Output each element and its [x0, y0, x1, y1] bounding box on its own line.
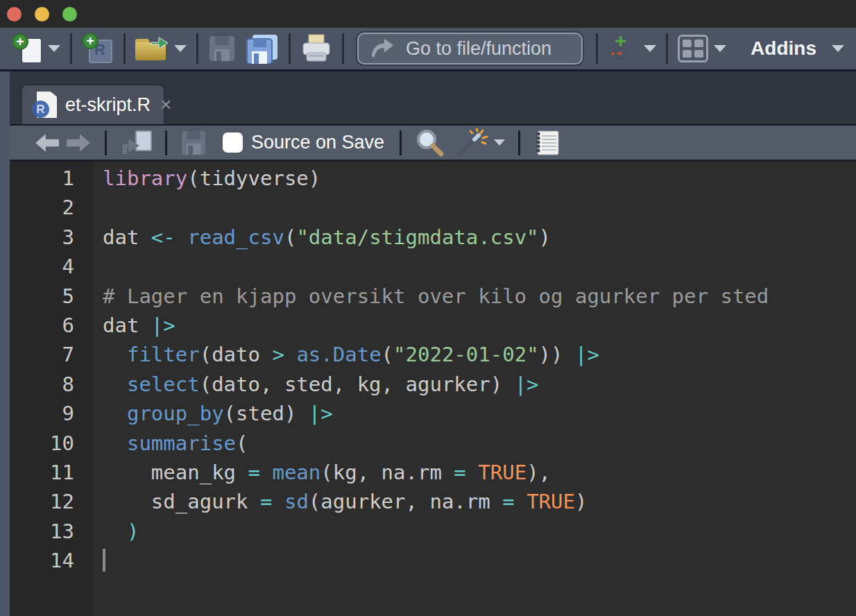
code-token: TRUE: [478, 461, 527, 484]
chevron-down-icon[interactable]: [644, 45, 656, 52]
code-token: [260, 461, 272, 484]
editor-tab-bar: R et-skript.R ×: [10, 71, 856, 124]
code-line[interactable]: select(dato, sted, kg, agurker) |>: [103, 370, 856, 399]
source-on-save-label: Source on Save: [251, 132, 384, 153]
find-replace-button[interactable]: [415, 129, 445, 157]
new-project-button[interactable]: R+: [82, 31, 114, 67]
code-token: =: [260, 490, 272, 513]
code-token: |>: [575, 343, 599, 366]
code-line[interactable]: summarise(: [103, 429, 856, 458]
code-token: ),: [527, 461, 551, 484]
forward-button[interactable]: [65, 132, 92, 153]
code-token: select: [127, 373, 200, 396]
source-on-save-checkbox[interactable]: [223, 132, 243, 153]
chevron-down-icon[interactable]: [48, 45, 60, 52]
toolbar-separator: [70, 33, 72, 64]
code-token: [515, 490, 527, 513]
zoom-window-button[interactable]: [62, 7, 77, 22]
chevron-down-icon[interactable]: [832, 45, 844, 52]
save-icon: [208, 35, 236, 62]
code-token: ): [539, 225, 551, 249]
code-token: dat: [103, 225, 151, 249]
code-area[interactable]: library(tidyverse)dat <- read_csv("data/…: [94, 162, 856, 616]
code-editor[interactable]: 1234567891011121314 library(tidyverse)da…: [10, 162, 856, 616]
toolbar-separator: [666, 33, 668, 64]
code-token: (: [382, 343, 393, 366]
code-line[interactable]: filter(dato > as.Date("2022-01-02")) |>: [103, 340, 856, 369]
gutter: 1234567891011121314: [10, 162, 94, 616]
chevron-down-icon[interactable]: [494, 139, 505, 146]
code-token: [103, 373, 127, 396]
open-in-new-window-button[interactable]: [120, 130, 152, 155]
workspace-panes-button[interactable]: [678, 31, 726, 67]
code-line[interactable]: ): [103, 517, 856, 546]
addins-button[interactable]: Addins: [735, 31, 844, 67]
new-project-icon: R+: [82, 33, 114, 65]
line-number: 12: [10, 487, 74, 516]
code-token: mean: [272, 461, 320, 484]
code-token: >: [272, 343, 284, 366]
code-token: # Lager en kjapp oversikt over kilo og a…: [103, 284, 769, 308]
close-tab-icon[interactable]: ×: [160, 95, 171, 114]
code-line[interactable]: dat |>: [103, 311, 856, 340]
minimize-window-button[interactable]: [35, 7, 49, 22]
toolbar-separator: [342, 33, 344, 64]
line-number: 8: [10, 370, 74, 399]
code-token: [103, 431, 127, 455]
open-file-button[interactable]: [135, 31, 187, 67]
compile-report-button[interactable]: [533, 130, 561, 156]
back-button[interactable]: [34, 132, 60, 153]
addins-label: Addins: [751, 37, 816, 60]
code-line[interactable]: mean_kg = mean(kg, na.rm = TRUE),: [103, 458, 856, 487]
code-line[interactable]: library(tidyverse): [103, 164, 856, 193]
source-pane: R et-skript.R ×: [10, 71, 856, 616]
chevron-down-icon[interactable]: [714, 45, 726, 52]
line-number: 11: [10, 458, 74, 487]
version-control-button[interactable]: + − G: [608, 31, 656, 67]
line-number: 3: [10, 223, 74, 252]
code-line[interactable]: [103, 252, 856, 281]
new-file-icon: +: [12, 33, 42, 64]
save-all-button[interactable]: [246, 31, 279, 67]
code-token: summarise: [127, 431, 236, 455]
save-button[interactable]: [180, 130, 207, 156]
code-line[interactable]: [103, 546, 856, 575]
toolbar-separator: [289, 33, 291, 64]
goto-file-function-input[interactable]: Go to file/function: [357, 33, 583, 65]
code-token: )): [539, 343, 563, 366]
code-token: as.Date: [296, 343, 381, 366]
back-icon: [34, 132, 60, 153]
code-token: ): [575, 490, 587, 513]
code-token: |>: [309, 402, 333, 425]
code-token: sd_agurk: [103, 490, 260, 513]
version-control-icon: + − G: [608, 32, 638, 65]
toolbar-separator: [196, 33, 198, 64]
line-number: 5: [10, 282, 74, 311]
r-script-file-icon: R: [32, 90, 57, 119]
window-titlebar: [0, 0, 856, 28]
print-button[interactable]: [300, 31, 332, 67]
code-line[interactable]: group_by(sted) |>: [103, 399, 856, 428]
code-token: [563, 343, 575, 366]
tab-et-skript[interactable]: R et-skript.R ×: [21, 84, 165, 124]
code-token: mean_kg: [103, 461, 248, 484]
code-tools-button[interactable]: [455, 128, 505, 157]
code-line[interactable]: sd_agurk = sd(agurker, na.rm = TRUE): [103, 487, 856, 516]
text-cursor: [103, 549, 105, 572]
code-token: [103, 343, 127, 366]
code-token: |>: [515, 373, 539, 396]
open-arrow-icon: [151, 35, 169, 51]
code-line[interactable]: # Lager en kjapp oversikt over kilo og a…: [103, 282, 856, 311]
code-line[interactable]: [103, 193, 856, 222]
save-all-icon: [246, 33, 279, 64]
code-token: (dato: [200, 343, 273, 366]
code-line[interactable]: dat <- read_csv("data/stigmdata.csv"): [103, 223, 856, 252]
save-button[interactable]: [208, 31, 236, 67]
toolbar-separator: [596, 33, 598, 64]
editor-toolbar: Source on Save: [10, 124, 856, 162]
code-token: [284, 343, 296, 366]
chevron-down-icon[interactable]: [174, 45, 187, 52]
new-file-button[interactable]: +: [12, 31, 60, 67]
code-token: [176, 225, 187, 249]
close-window-button[interactable]: [7, 7, 22, 22]
